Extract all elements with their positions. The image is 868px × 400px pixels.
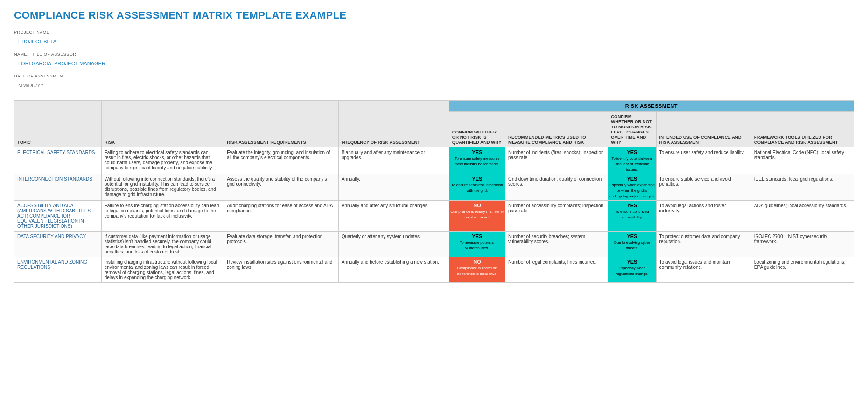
- col-header-risk: RISK: [101, 101, 224, 147]
- cell-requirements: Review installation sites against enviro…: [224, 257, 339, 283]
- table-row: DATA SECURITY AND PRIVACY If customer da…: [14, 232, 854, 257]
- col-header-frequency: FREQUENCY OF RISK ASSESSMENT: [338, 101, 449, 147]
- cell-metrics: Grid downtime duration; quality of conne…: [505, 174, 608, 201]
- cell-requirements: Audit charging stations for ease of acce…: [224, 201, 339, 232]
- cell-risk: Without following interconnection standa…: [101, 174, 224, 201]
- project-name-section: PROJECT NAME: [14, 30, 854, 47]
- cell-framework: IEEE standards; local grid regulations.: [751, 174, 854, 201]
- cell-confirm1: YESTo ensure safety measures meet indust…: [449, 147, 505, 174]
- col-header-framework: FRAMEWORK TOOLS UTILIZED FOR COMPLIANCE …: [751, 112, 854, 147]
- cell-frequency: Biannually and after any maintenance or …: [338, 147, 449, 174]
- assessor-section: NAME, TITLE OF ASSESSOR: [14, 52, 854, 69]
- date-section: DATE OF ASSESSMENT: [14, 74, 854, 91]
- cell-framework: Local zoning and environmental regulatio…: [751, 257, 854, 283]
- cell-frequency: Annually.: [338, 174, 449, 201]
- col-header-metrics: RECOMMENDED METRICS USED TO MEASURE COMP…: [505, 112, 608, 147]
- page-title: COMPLIANCE RISK ASSESSMENT MATRIX TEMPLA…: [14, 9, 854, 21]
- cell-framework: ADA guidelines; local accessibility stan…: [751, 201, 854, 232]
- cell-framework: National Electrical Code (NEC); local sa…: [751, 147, 854, 174]
- project-name-label: PROJECT NAME: [14, 30, 854, 35]
- cell-framework: ISO/IEC 27001; NIST cybersecurity framew…: [751, 232, 854, 257]
- cell-metrics: Number of legal complaints; fines incurr…: [505, 257, 608, 283]
- cell-topic: ENVIRONMENTAL AND ZONING REGULATIONS: [14, 257, 102, 283]
- table-row: ENVIRONMENTAL AND ZONING REGULATIONS Ins…: [14, 257, 854, 283]
- cell-confirm1: YESTo ensure seamless integration with t…: [449, 174, 505, 201]
- assessor-label: NAME, TITLE OF ASSESSOR: [14, 52, 854, 56]
- matrix-table-wrapper: TOPIC RISK RISK ASSESSMENT REQUIREMENTS …: [14, 100, 854, 283]
- col-header-requirements: RISK ASSESSMENT REQUIREMENTS: [224, 101, 339, 147]
- cell-confirm2: YESEspecially when expanding or when the…: [608, 174, 656, 201]
- cell-intended: To ensure stable service and avoid penal…: [656, 174, 751, 201]
- cell-topic: ELECTRICAL SAFETY STANDARDS: [14, 147, 102, 174]
- cell-topic: DATA SECURITY AND PRIVACY: [14, 232, 102, 257]
- cell-confirm2: YESDue to evolving cyber threats.: [608, 232, 656, 257]
- project-name-input[interactable]: [14, 36, 247, 47]
- col-header-confirm1: CONFIRM WHETHER OR NOT RISK IS QUANTIFIE…: [449, 112, 505, 147]
- cell-frequency: Quarterly or after any system updates.: [338, 232, 449, 257]
- cell-metrics: Number of incidents (fires, shocks); ins…: [505, 147, 608, 174]
- cell-intended: To avoid legal actions and foster inclus…: [656, 201, 751, 232]
- cell-topic: ACCESSIBILITY AND ADA (AMERICANS WITH DI…: [14, 201, 102, 232]
- cell-frequency: Annually and after any structural change…: [338, 201, 449, 232]
- compliance-matrix-table: TOPIC RISK RISK ASSESSMENT REQUIREMENTS …: [14, 100, 854, 283]
- table-row: ACCESSIBILITY AND ADA (AMERICANS WITH DI…: [14, 201, 854, 232]
- col-header-topic: TOPIC: [14, 101, 102, 147]
- cell-requirements: Assess the quality and stability of the …: [224, 174, 339, 201]
- cell-intended: To protect customer data and company rep…: [656, 232, 751, 257]
- cell-confirm2: YESTo ensure continued accessibility.: [608, 201, 656, 232]
- col-header-confirm2: CONFIRM WHETHER OR NOT TO MONITOR RISK-L…: [608, 112, 656, 147]
- risk-assessment-group-header: RISK ASSESSMENT: [449, 101, 854, 112]
- col-header-intended: INTENDED USE OF COMPLIANCE AND RISK ASSE…: [656, 112, 751, 147]
- cell-confirm1: YESTo measure potential vulnerabilities.: [449, 232, 505, 257]
- cell-requirements: Evaluate the integrity, grounding, and i…: [224, 147, 339, 174]
- cell-risk: If customer data (like payment informati…: [101, 232, 224, 257]
- cell-intended: To ensure user safety and reduce liabili…: [656, 147, 751, 174]
- cell-intended: To avoid legal issues and maintain commu…: [656, 257, 751, 283]
- cell-topic: INTERCONNECTION STANDARDS: [14, 174, 102, 201]
- cell-risk: Failure to ensure charging-station acces…: [101, 201, 224, 232]
- cell-confirm2: YESTo identify potential wear and tear o…: [608, 147, 656, 174]
- cell-confirm1: NOCompliance is based on adherence to lo…: [449, 257, 505, 283]
- cell-risk: Installing charging infrastructure witho…: [101, 257, 224, 283]
- cell-confirm1: NOCompliance is binary (i.e., either com…: [449, 201, 505, 232]
- table-row: INTERCONNECTION STANDARDS Without follow…: [14, 174, 854, 201]
- cell-metrics: Number of accessibility complaints; insp…: [505, 201, 608, 232]
- assessor-input[interactable]: [14, 58, 247, 69]
- date-label: DATE OF ASSESSMENT: [14, 74, 854, 78]
- cell-metrics: Number of security breaches; system vuln…: [505, 232, 608, 257]
- cell-requirements: Evaluate data storage, transfer, and pro…: [224, 232, 339, 257]
- cell-frequency: Annually and before establishing a new s…: [338, 257, 449, 283]
- date-input[interactable]: [14, 80, 247, 91]
- table-row: ELECTRICAL SAFETY STANDARDS Failing to a…: [14, 147, 854, 174]
- cell-confirm2: YESEspecially when regulations change.: [608, 257, 656, 283]
- cell-risk: Failing to adhere to electrical safety s…: [101, 147, 224, 174]
